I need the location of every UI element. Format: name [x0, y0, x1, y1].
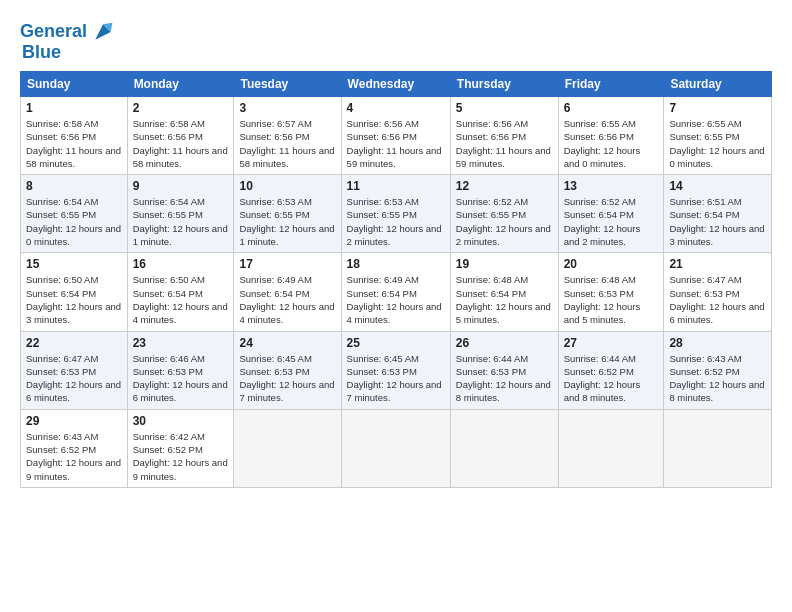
calendar-cell: 11Sunrise: 6:53 AMSunset: 6:55 PMDayligh…: [341, 175, 450, 253]
calendar-cell: 23Sunrise: 6:46 AMSunset: 6:53 PMDayligh…: [127, 331, 234, 409]
day-number: 23: [133, 336, 229, 350]
day-info: Sunrise: 6:43 AMSunset: 6:52 PMDaylight:…: [26, 430, 122, 483]
week-row-4: 22Sunrise: 6:47 AMSunset: 6:53 PMDayligh…: [21, 331, 772, 409]
day-number: 20: [564, 257, 659, 271]
calendar-cell: 5Sunrise: 6:56 AMSunset: 6:56 PMDaylight…: [450, 97, 558, 175]
day-number: 18: [347, 257, 445, 271]
calendar-cell: 20Sunrise: 6:48 AMSunset: 6:53 PMDayligh…: [558, 253, 664, 331]
calendar-table: SundayMondayTuesdayWednesdayThursdayFrid…: [20, 71, 772, 488]
day-number: 22: [26, 336, 122, 350]
calendar-cell: 18Sunrise: 6:49 AMSunset: 6:54 PMDayligh…: [341, 253, 450, 331]
weekday-header-row: SundayMondayTuesdayWednesdayThursdayFrid…: [21, 72, 772, 97]
calendar-cell: 6Sunrise: 6:55 AMSunset: 6:56 PMDaylight…: [558, 97, 664, 175]
weekday-header-wednesday: Wednesday: [341, 72, 450, 97]
calendar-cell: 16Sunrise: 6:50 AMSunset: 6:54 PMDayligh…: [127, 253, 234, 331]
weekday-header-friday: Friday: [558, 72, 664, 97]
day-info: Sunrise: 6:58 AMSunset: 6:56 PMDaylight:…: [26, 117, 122, 170]
day-number: 19: [456, 257, 553, 271]
calendar-cell: [664, 409, 772, 487]
calendar-cell: 29Sunrise: 6:43 AMSunset: 6:52 PMDayligh…: [21, 409, 128, 487]
day-number: 7: [669, 101, 766, 115]
logo: General Blue: [20, 18, 117, 63]
calendar-cell: 25Sunrise: 6:45 AMSunset: 6:53 PMDayligh…: [341, 331, 450, 409]
day-info: Sunrise: 6:47 AMSunset: 6:53 PMDaylight:…: [26, 352, 122, 405]
calendar-cell: 9Sunrise: 6:54 AMSunset: 6:55 PMDaylight…: [127, 175, 234, 253]
day-number: 8: [26, 179, 122, 193]
day-number: 1: [26, 101, 122, 115]
day-number: 28: [669, 336, 766, 350]
day-info: Sunrise: 6:52 AMSunset: 6:54 PMDaylight:…: [564, 195, 659, 248]
logo-blue: Blue: [22, 42, 61, 63]
calendar-cell: 19Sunrise: 6:48 AMSunset: 6:54 PMDayligh…: [450, 253, 558, 331]
week-row-3: 15Sunrise: 6:50 AMSunset: 6:54 PMDayligh…: [21, 253, 772, 331]
day-number: 30: [133, 414, 229, 428]
calendar-cell: 27Sunrise: 6:44 AMSunset: 6:52 PMDayligh…: [558, 331, 664, 409]
day-number: 17: [239, 257, 335, 271]
day-info: Sunrise: 6:51 AMSunset: 6:54 PMDaylight:…: [669, 195, 766, 248]
weekday-header-tuesday: Tuesday: [234, 72, 341, 97]
day-info: Sunrise: 6:56 AMSunset: 6:56 PMDaylight:…: [456, 117, 553, 170]
calendar-cell: 28Sunrise: 6:43 AMSunset: 6:52 PMDayligh…: [664, 331, 772, 409]
day-number: 11: [347, 179, 445, 193]
calendar-cell: 4Sunrise: 6:56 AMSunset: 6:56 PMDaylight…: [341, 97, 450, 175]
day-info: Sunrise: 6:53 AMSunset: 6:55 PMDaylight:…: [239, 195, 335, 248]
calendar-cell: 24Sunrise: 6:45 AMSunset: 6:53 PMDayligh…: [234, 331, 341, 409]
calendar-cell: 1Sunrise: 6:58 AMSunset: 6:56 PMDaylight…: [21, 97, 128, 175]
day-info: Sunrise: 6:54 AMSunset: 6:55 PMDaylight:…: [133, 195, 229, 248]
day-info: Sunrise: 6:56 AMSunset: 6:56 PMDaylight:…: [347, 117, 445, 170]
day-info: Sunrise: 6:52 AMSunset: 6:55 PMDaylight:…: [456, 195, 553, 248]
calendar-cell: [450, 409, 558, 487]
day-info: Sunrise: 6:55 AMSunset: 6:55 PMDaylight:…: [669, 117, 766, 170]
page: General Blue SundayMondayTuesdayWednesda…: [0, 0, 792, 612]
day-info: Sunrise: 6:54 AMSunset: 6:55 PMDaylight:…: [26, 195, 122, 248]
calendar-cell: [558, 409, 664, 487]
day-info: Sunrise: 6:44 AMSunset: 6:53 PMDaylight:…: [456, 352, 553, 405]
calendar-cell: 12Sunrise: 6:52 AMSunset: 6:55 PMDayligh…: [450, 175, 558, 253]
logo-icon: [89, 18, 117, 46]
day-number: 21: [669, 257, 766, 271]
day-number: 10: [239, 179, 335, 193]
day-number: 2: [133, 101, 229, 115]
day-number: 25: [347, 336, 445, 350]
day-info: Sunrise: 6:45 AMSunset: 6:53 PMDaylight:…: [347, 352, 445, 405]
day-number: 4: [347, 101, 445, 115]
logo-text: General: [20, 22, 87, 42]
calendar-cell: 26Sunrise: 6:44 AMSunset: 6:53 PMDayligh…: [450, 331, 558, 409]
calendar-cell: 30Sunrise: 6:42 AMSunset: 6:52 PMDayligh…: [127, 409, 234, 487]
day-info: Sunrise: 6:47 AMSunset: 6:53 PMDaylight:…: [669, 273, 766, 326]
calendar-cell: 3Sunrise: 6:57 AMSunset: 6:56 PMDaylight…: [234, 97, 341, 175]
day-info: Sunrise: 6:50 AMSunset: 6:54 PMDaylight:…: [26, 273, 122, 326]
day-info: Sunrise: 6:45 AMSunset: 6:53 PMDaylight:…: [239, 352, 335, 405]
day-number: 26: [456, 336, 553, 350]
day-info: Sunrise: 6:55 AMSunset: 6:56 PMDaylight:…: [564, 117, 659, 170]
calendar-cell: 13Sunrise: 6:52 AMSunset: 6:54 PMDayligh…: [558, 175, 664, 253]
day-info: Sunrise: 6:44 AMSunset: 6:52 PMDaylight:…: [564, 352, 659, 405]
calendar-cell: 10Sunrise: 6:53 AMSunset: 6:55 PMDayligh…: [234, 175, 341, 253]
header: General Blue: [20, 18, 772, 63]
day-number: 27: [564, 336, 659, 350]
calendar-cell: 17Sunrise: 6:49 AMSunset: 6:54 PMDayligh…: [234, 253, 341, 331]
day-number: 14: [669, 179, 766, 193]
day-info: Sunrise: 6:58 AMSunset: 6:56 PMDaylight:…: [133, 117, 229, 170]
day-number: 16: [133, 257, 229, 271]
day-info: Sunrise: 6:49 AMSunset: 6:54 PMDaylight:…: [347, 273, 445, 326]
day-info: Sunrise: 6:50 AMSunset: 6:54 PMDaylight:…: [133, 273, 229, 326]
day-number: 6: [564, 101, 659, 115]
week-row-2: 8Sunrise: 6:54 AMSunset: 6:55 PMDaylight…: [21, 175, 772, 253]
week-row-5: 29Sunrise: 6:43 AMSunset: 6:52 PMDayligh…: [21, 409, 772, 487]
day-number: 3: [239, 101, 335, 115]
day-number: 15: [26, 257, 122, 271]
calendar-cell: [341, 409, 450, 487]
calendar-cell: [234, 409, 341, 487]
calendar-cell: 22Sunrise: 6:47 AMSunset: 6:53 PMDayligh…: [21, 331, 128, 409]
day-number: 5: [456, 101, 553, 115]
calendar-cell: 2Sunrise: 6:58 AMSunset: 6:56 PMDaylight…: [127, 97, 234, 175]
day-number: 9: [133, 179, 229, 193]
day-info: Sunrise: 6:46 AMSunset: 6:53 PMDaylight:…: [133, 352, 229, 405]
calendar-cell: 21Sunrise: 6:47 AMSunset: 6:53 PMDayligh…: [664, 253, 772, 331]
day-info: Sunrise: 6:43 AMSunset: 6:52 PMDaylight:…: [669, 352, 766, 405]
weekday-header-monday: Monday: [127, 72, 234, 97]
week-row-1: 1Sunrise: 6:58 AMSunset: 6:56 PMDaylight…: [21, 97, 772, 175]
day-info: Sunrise: 6:42 AMSunset: 6:52 PMDaylight:…: [133, 430, 229, 483]
day-number: 12: [456, 179, 553, 193]
